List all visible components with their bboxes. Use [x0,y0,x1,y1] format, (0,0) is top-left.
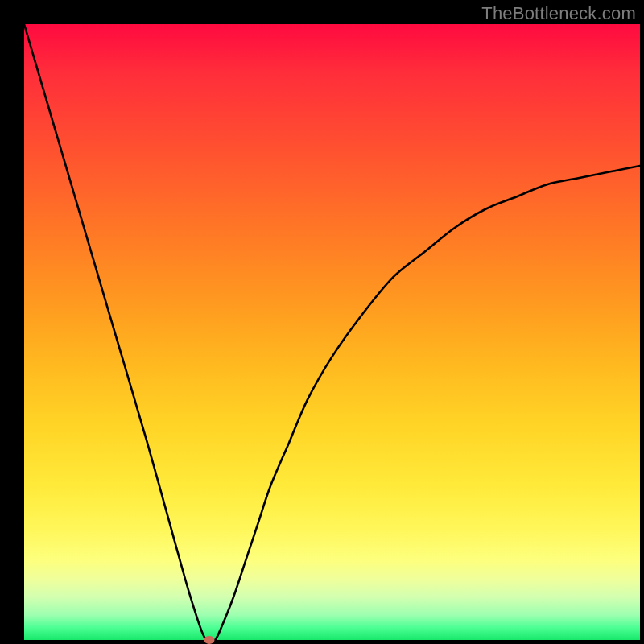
bottleneck-curve [24,24,640,640]
chart-frame: TheBottleneck.com [0,0,644,644]
plot-area [24,24,640,640]
curve-path [24,24,640,641]
minimum-marker [204,636,214,644]
watermark-text: TheBottleneck.com [481,3,636,24]
